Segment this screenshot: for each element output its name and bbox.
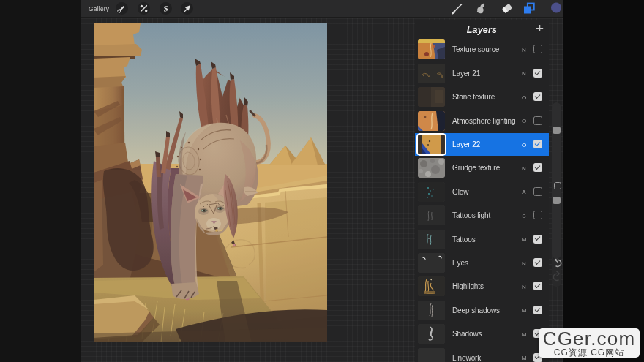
svg-text:S: S bbox=[163, 4, 169, 13]
